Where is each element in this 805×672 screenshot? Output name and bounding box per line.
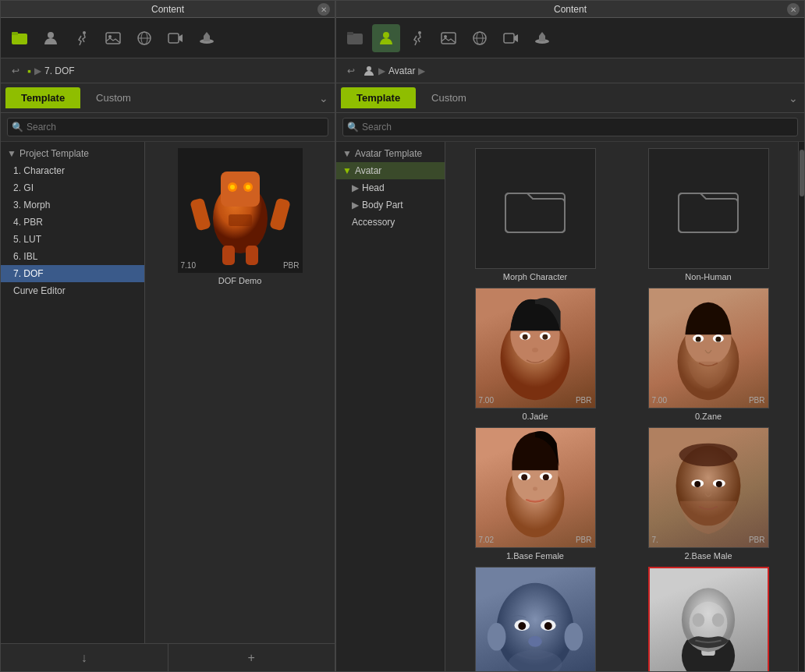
svg-point-63 bbox=[487, 623, 505, 651]
tree-item-dof[interactable]: 7. DOF bbox=[1, 265, 144, 282]
left-tab-bar: Template Custom ⌄ bbox=[1, 83, 335, 113]
right-toolbar-hat-icon[interactable] bbox=[528, 24, 556, 52]
svg-rect-12 bbox=[221, 172, 260, 207]
right-toolbar-run-icon[interactable] bbox=[403, 24, 431, 52]
grid-card-morph-char: Morph Character bbox=[452, 148, 619, 281]
left-breadcrumb: ↩ ▪ ▶ 7. DOF bbox=[1, 58, 335, 83]
svg-point-2 bbox=[48, 32, 54, 38]
toolbar-folder-icon[interactable] bbox=[5, 24, 34, 52]
svg-point-25 bbox=[418, 31, 421, 34]
grid-thumb-walter[interactable]: 7.00 PBR bbox=[475, 567, 596, 671]
folder-svg-morph bbox=[504, 182, 566, 236]
right-tab-arrow[interactable]: ⌄ bbox=[789, 92, 798, 104]
tree-item-lut[interactable]: 5. LUT bbox=[1, 231, 144, 248]
right-tree-root[interactable]: ▼Avatar Template bbox=[336, 145, 445, 162]
download-button[interactable]: ↓ bbox=[1, 644, 168, 671]
grid-thumb-base-female[interactable]: 7.02 PBR bbox=[475, 427, 596, 548]
right-search-icon: 🔍 bbox=[347, 122, 359, 133]
toolbar-image-icon[interactable] bbox=[99, 24, 127, 52]
male-badge: PBR bbox=[749, 536, 765, 544]
left-search-input[interactable] bbox=[7, 118, 328, 136]
tree-item-curve-editor[interactable]: Curve Editor bbox=[1, 282, 144, 299]
left-content-area: ▼Project Template 1. Character 2. GI 3. … bbox=[1, 142, 335, 643]
svg-rect-18 bbox=[269, 197, 291, 231]
right-tab-template[interactable]: Template bbox=[341, 87, 416, 108]
right-tree-accessory[interactable]: Accessory bbox=[336, 214, 445, 231]
right-search-wrap: 🔍 bbox=[342, 118, 798, 136]
toolbar-video-icon[interactable] bbox=[161, 24, 190, 52]
add-button[interactable]: + bbox=[168, 644, 335, 671]
grid-card-non-human: Non-Human bbox=[625, 148, 792, 281]
right-tab-custom[interactable]: Custom bbox=[416, 87, 482, 108]
toolbar-person-icon[interactable] bbox=[37, 24, 65, 52]
left-preview-pane: 7.10 PBR DOF Demo bbox=[145, 142, 335, 643]
left-tree-pane: ▼Project Template 1. Character 2. GI 3. … bbox=[1, 142, 145, 643]
grid-thumb-zane[interactable]: 7.00 PBR bbox=[648, 288, 769, 409]
tree-item-ibl[interactable]: 6. IBL bbox=[1, 248, 144, 265]
breadcrumb-path: 7. DOF bbox=[44, 65, 75, 76]
svg-point-41 bbox=[542, 334, 548, 340]
right-toolbar-image-icon[interactable] bbox=[434, 24, 463, 52]
grid-thumb-jade[interactable]: 7.00 PBR bbox=[475, 288, 596, 409]
toolbar-hat-icon[interactable] bbox=[193, 24, 221, 52]
right-tree-avatar[interactable]: ▼Avatar bbox=[336, 162, 445, 179]
right-scrollbar[interactable] bbox=[798, 142, 804, 671]
zane-face bbox=[649, 288, 768, 408]
svg-rect-21 bbox=[229, 214, 252, 226]
tree-root[interactable]: ▼Project Template bbox=[1, 145, 144, 162]
svg-rect-1 bbox=[12, 32, 18, 35]
left-back-button[interactable]: ↩ bbox=[7, 62, 24, 80]
left-title-bar: Content ✕ bbox=[1, 1, 335, 18]
right-panel-title: Content bbox=[554, 4, 587, 15]
right-search-bar: 🔍 bbox=[336, 113, 804, 142]
toolbar-run-icon[interactable] bbox=[68, 24, 96, 52]
preview-thumbnail: 7.10 PBR bbox=[178, 148, 303, 273]
breadcrumb-folder-icon: ▪ bbox=[27, 65, 31, 77]
grid-card-walter: 7.00 PBR 3.Walter_ToKoMotion bbox=[452, 567, 619, 671]
toolbar-scene-icon[interactable] bbox=[130, 24, 158, 52]
svg-rect-19 bbox=[222, 246, 235, 265]
tree-item-morph[interactable]: 3. Morph bbox=[1, 196, 144, 214]
tree-item-gi[interactable]: 2. GI bbox=[1, 179, 144, 196]
right-toolbar-folder-icon[interactable] bbox=[341, 24, 369, 52]
preview-card-dof: 7.10 PBR DOF Demo bbox=[178, 148, 303, 285]
grid-card-jade: 7.00 PBR 0.Jade bbox=[452, 288, 619, 421]
grid-thumb-base-male[interactable]: 7. PBR bbox=[648, 427, 769, 548]
right-back-button[interactable]: ↩ bbox=[342, 62, 360, 80]
folder-svg-non-human bbox=[677, 182, 739, 236]
right-grid-pane: Morph Character Non-Human bbox=[445, 142, 798, 671]
svg-point-48 bbox=[715, 337, 721, 342]
grid-card-base-female: 7.02 PBR 1.Base Female bbox=[452, 427, 619, 561]
right-toolbar-person-icon[interactable] bbox=[372, 24, 400, 52]
female-face bbox=[476, 428, 595, 547]
svg-point-69 bbox=[528, 636, 542, 647]
walter-face bbox=[476, 568, 595, 671]
right-toolbar bbox=[336, 18, 804, 58]
tree-item-character[interactable]: 1. Character bbox=[1, 162, 144, 179]
right-toolbar-scene-icon[interactable] bbox=[466, 24, 494, 52]
tree-item-pbr[interactable]: 4. PBR bbox=[1, 214, 144, 231]
right-toolbar-video-icon[interactable] bbox=[497, 24, 525, 52]
grid-thumb-dummy[interactable]: 7.02 PBR bbox=[648, 567, 769, 671]
right-tree-body-part[interactable]: ▶Body Part bbox=[336, 196, 445, 214]
female-badge: PBR bbox=[576, 536, 592, 544]
grid-label-non-human: Non-Human bbox=[685, 272, 731, 281]
right-tree-head[interactable]: ▶Head bbox=[336, 179, 445, 196]
svg-point-53 bbox=[521, 474, 527, 480]
svg-rect-31 bbox=[504, 34, 514, 43]
svg-rect-17 bbox=[190, 197, 211, 231]
left-tab-custom[interactable]: Custom bbox=[80, 87, 147, 108]
right-tree-pane: ▼Avatar Template ▼Avatar ▶Head ▶Body Par… bbox=[336, 142, 445, 671]
left-tab-arrow[interactable]: ⌄ bbox=[319, 92, 328, 104]
zane-badge: PBR bbox=[749, 396, 765, 405]
left-close-button[interactable]: ✕ bbox=[317, 3, 330, 16]
grid-thumb-non-human[interactable] bbox=[648, 148, 769, 269]
grid-label-base-female: 1.Base Female bbox=[506, 551, 564, 561]
right-search-input[interactable] bbox=[342, 118, 798, 136]
left-tab-template[interactable]: Template bbox=[5, 87, 80, 108]
scrollbar-thumb[interactable] bbox=[800, 150, 804, 196]
right-close-button[interactable]: ✕ bbox=[787, 3, 800, 16]
grid-thumb-morph-char[interactable] bbox=[475, 148, 596, 269]
svg-rect-9 bbox=[168, 34, 179, 43]
preview-label: DOF Demo bbox=[218, 276, 262, 285]
